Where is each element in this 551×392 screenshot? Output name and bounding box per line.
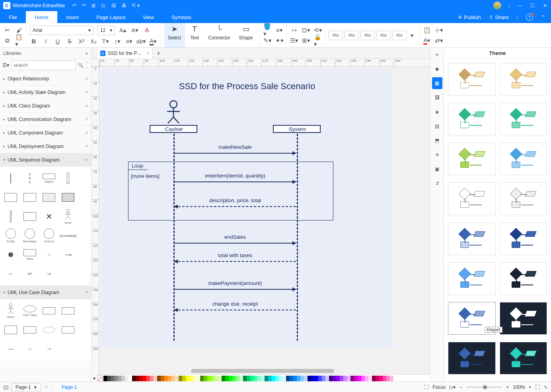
color-swatch[interactable] bbox=[325, 376, 329, 381]
text-spacing-icon[interactable]: ↕▾ bbox=[113, 37, 121, 45]
color-swatch[interactable] bbox=[207, 376, 211, 381]
theme-item-12[interactable]: Elegant bbox=[448, 302, 496, 335]
color-swatch[interactable] bbox=[333, 376, 336, 381]
share-button[interactable]: ⇪Share bbox=[489, 14, 509, 20]
library-menu-icon[interactable]: ☰▾ bbox=[2, 62, 9, 68]
color-swatch[interactable] bbox=[114, 376, 118, 381]
color-swatch[interactable] bbox=[293, 376, 297, 381]
close-library-icon[interactable]: × bbox=[85, 157, 88, 163]
horizontal-scrollbar[interactable] bbox=[99, 367, 430, 374]
text-color-2-icon[interactable]: A▾ bbox=[423, 37, 431, 45]
color-swatch[interactable] bbox=[103, 376, 107, 381]
color-swatch[interactable] bbox=[125, 376, 129, 381]
uc-usecase[interactable]: Use Case bbox=[21, 302, 39, 320]
library-uml-use-case-diagram[interactable]: ▾UML Use Case Diagram× bbox=[0, 285, 91, 299]
no-color-swatch[interactable] bbox=[97, 376, 103, 381]
color-swatch[interactable] bbox=[179, 376, 182, 381]
color-swatch[interactable] bbox=[390, 376, 393, 381]
uc-line1[interactable]: — bbox=[2, 340, 20, 358]
redo-icon[interactable]: ↷ bbox=[82, 3, 86, 8]
theme-item-1[interactable] bbox=[500, 63, 547, 96]
clipboard-icon[interactable]: 📋 bbox=[423, 26, 431, 34]
publish-button[interactable]: ✈Publish bbox=[458, 14, 481, 20]
line-style-icon[interactable]: ≡▾ bbox=[275, 26, 283, 34]
uc-sysactor[interactable] bbox=[21, 321, 39, 339]
user-avatar[interactable] bbox=[493, 2, 501, 10]
color-swatch[interactable] bbox=[254, 376, 257, 381]
library-uml-activity-state-diagram[interactable]: ▸UML Activity State Diagram× bbox=[0, 85, 91, 99]
copy-icon[interactable]: ⧉ bbox=[3, 37, 11, 45]
color-swatch[interactable] bbox=[157, 376, 161, 381]
uc-ext2[interactable] bbox=[59, 302, 77, 320]
color-swatch[interactable] bbox=[250, 376, 254, 381]
color-swatch[interactable] bbox=[129, 376, 132, 381]
color-swatch[interactable] bbox=[193, 376, 197, 381]
color-dropdown-icon[interactable]: ▾ bbox=[93, 376, 95, 381]
shape-lifeline[interactable] bbox=[2, 169, 20, 187]
color-swatch[interactable] bbox=[161, 376, 164, 381]
color-swatch[interactable] bbox=[379, 376, 383, 381]
menu-page-layout[interactable]: Page Layout bbox=[88, 11, 134, 23]
color-swatch[interactable] bbox=[347, 376, 350, 381]
strike-icon[interactable]: S̶ bbox=[66, 37, 74, 45]
color-swatch[interactable] bbox=[275, 376, 279, 381]
library-uml-class-diagram[interactable]: ▸UML Class Diagram× bbox=[0, 99, 91, 112]
theme-item-15[interactable] bbox=[500, 342, 547, 374]
italic-icon[interactable]: I bbox=[42, 37, 50, 45]
msg-endsales[interactable]: endSales bbox=[174, 234, 296, 240]
shape-curve[interactable]: ⤻ bbox=[40, 265, 58, 283]
shape-lifeline2[interactable] bbox=[21, 169, 39, 187]
color-swatch[interactable] bbox=[329, 376, 333, 381]
color-swatch[interactable] bbox=[211, 376, 214, 381]
color-swatch[interactable] bbox=[383, 376, 386, 381]
color-swatch[interactable] bbox=[286, 376, 290, 381]
search-icon[interactable]: 🔍 bbox=[78, 62, 84, 68]
color-swatch[interactable] bbox=[261, 376, 265, 381]
close-library-icon[interactable]: × bbox=[85, 76, 88, 82]
uc-note[interactable] bbox=[59, 321, 77, 339]
color-swatch[interactable] bbox=[182, 376, 186, 381]
color-swatch[interactable] bbox=[154, 376, 157, 381]
menu-symbols[interactable]: Symbols bbox=[163, 11, 200, 23]
focus-label[interactable]: Focus bbox=[433, 384, 446, 390]
menu-home[interactable]: Home bbox=[26, 11, 57, 23]
color-swatch[interactable] bbox=[218, 376, 222, 381]
shape-object[interactable]: Object bbox=[40, 169, 58, 187]
page-tab[interactable]: Page-1 bbox=[58, 384, 81, 391]
highlight-icon[interactable]: ab▾ bbox=[137, 37, 145, 45]
color-swatch[interactable] bbox=[311, 376, 315, 381]
shape-destroy[interactable]: ✕ bbox=[40, 207, 58, 226]
align-icon[interactable]: ⫞▾ bbox=[290, 26, 298, 34]
msg-description[interactable]: description, price, total bbox=[174, 197, 296, 203]
color-swatch[interactable] bbox=[111, 376, 114, 381]
shape-return[interactable]: ⟶ bbox=[59, 246, 77, 264]
rtb-image-icon[interactable]: 🖼 bbox=[432, 92, 442, 103]
text-case-icon[interactable]: T▾ bbox=[101, 37, 109, 45]
lifeline-cashier[interactable]: :Cashier bbox=[150, 125, 197, 133]
theme-item-13[interactable] bbox=[500, 302, 547, 335]
close-library-icon[interactable]: × bbox=[85, 117, 88, 122]
color-swatch[interactable] bbox=[225, 376, 229, 381]
shape-rect[interactable] bbox=[21, 207, 39, 226]
subscript-icon[interactable]: X₂ bbox=[90, 37, 97, 45]
library-uml-sequence-diagram[interactable]: ▾UML Sequence Diagram× bbox=[0, 153, 91, 166]
outline-icon[interactable]: ▯▯ bbox=[3, 384, 9, 390]
color-swatch[interactable] bbox=[232, 376, 236, 381]
rtb-theme-icon[interactable]: ▦ bbox=[432, 77, 442, 89]
close-library-icon[interactable]: × bbox=[85, 130, 88, 136]
color-swatch[interactable] bbox=[268, 376, 272, 381]
help-icon[interactable]: ? bbox=[526, 14, 533, 21]
theme-item-11[interactable] bbox=[500, 262, 547, 295]
add-tab-button[interactable]: + bbox=[153, 50, 164, 57]
menu-file[interactable]: File bbox=[0, 11, 26, 23]
zoom-out-icon[interactable]: − bbox=[459, 384, 462, 390]
print-icon[interactable]: 🖶 bbox=[122, 3, 127, 8]
tool-shape[interactable]: ▭Shape bbox=[235, 23, 257, 47]
open-icon[interactable]: 🗀 bbox=[101, 3, 106, 8]
color-swatch[interactable] bbox=[297, 376, 300, 381]
shape-bar[interactable] bbox=[2, 207, 20, 226]
arrow-makepayment[interactable] bbox=[174, 289, 296, 290]
panel-expand-icon[interactable]: » bbox=[430, 50, 444, 59]
export-icon[interactable]: ⇱ ▾ bbox=[132, 3, 140, 8]
color-swatch[interactable] bbox=[189, 376, 193, 381]
